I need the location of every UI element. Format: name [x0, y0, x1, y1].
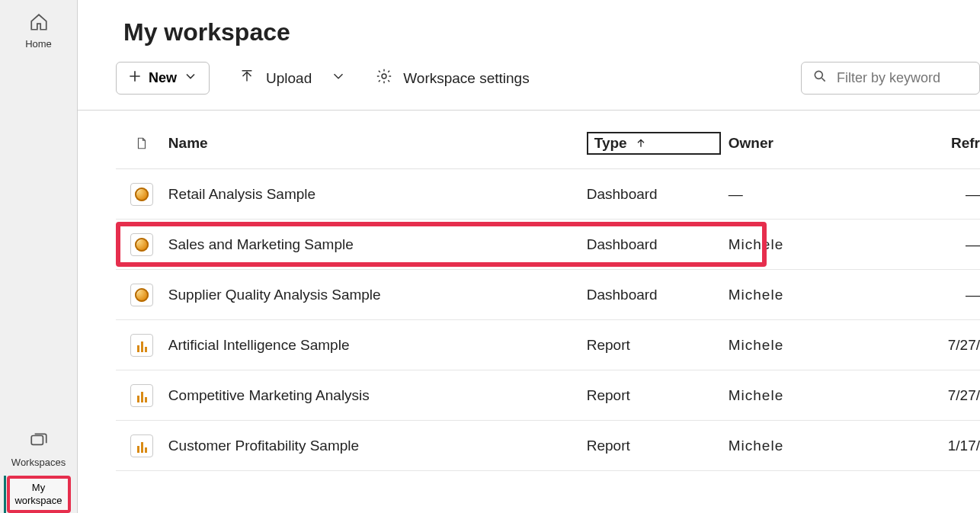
sidebar-workspaces-label: Workspaces	[11, 457, 66, 468]
sort-asc-icon	[635, 137, 647, 149]
workspaces-icon	[29, 431, 49, 454]
row-name[interactable]: Customer Profitability Sample	[168, 438, 587, 454]
row-icon-cell	[116, 434, 168, 457]
filter-input[interactable]	[837, 70, 959, 86]
content-table: Name Type Owner Refr Retail Analysis Sam…	[78, 111, 980, 471]
svg-rect-0	[31, 435, 43, 444]
chevron-down-icon	[183, 69, 198, 88]
new-button[interactable]: New	[116, 62, 210, 95]
row-type: Dashboard	[587, 287, 729, 303]
table-row[interactable]: Sales and Marketing SampleDashboardMiche…	[116, 220, 980, 270]
row-refreshed: —	[866, 236, 980, 253]
report-icon	[130, 434, 153, 457]
row-type: Report	[587, 387, 729, 404]
header: My workspace	[78, 0, 980, 56]
row-owner: Michele	[729, 236, 866, 253]
file-icon	[135, 135, 149, 152]
row-owner: Michele	[729, 337, 866, 354]
row-name[interactable]: Sales and Marketing Sample	[168, 236, 587, 253]
column-header-icon	[116, 135, 168, 152]
upload-label: Upload	[266, 70, 312, 87]
row-refreshed: —	[866, 287, 980, 303]
row-icon-cell	[116, 334, 168, 357]
table-row[interactable]: Artificial Intelligence SampleReportMich…	[116, 320, 980, 370]
main-content: My workspace New Upload Workspace settin…	[78, 0, 980, 513]
sidebar-home-label: Home	[25, 38, 52, 50]
row-owner: Michele	[729, 438, 866, 454]
row-icon-cell	[116, 183, 168, 206]
toolbar: New Upload Workspace settings	[78, 56, 980, 111]
row-icon-cell	[116, 384, 168, 407]
row-type: Dashboard	[587, 186, 729, 203]
column-header-owner[interactable]: Owner	[729, 135, 866, 152]
filter-input-container[interactable]	[801, 62, 980, 95]
report-icon	[130, 334, 153, 357]
home-icon	[29, 12, 49, 35]
row-name[interactable]: Retail Analysis Sample	[168, 186, 587, 203]
row-icon-cell	[116, 284, 168, 306]
table-row[interactable]: Supplier Quality Analysis SampleDashboar…	[116, 270, 980, 320]
row-name[interactable]: Artificial Intelligence Sample	[168, 337, 587, 354]
row-refreshed: 7/27/	[866, 387, 980, 404]
row-name[interactable]: Competitive Marketing Analysis	[168, 387, 587, 404]
dashboard-icon	[130, 183, 153, 206]
svg-point-2	[815, 71, 822, 79]
new-button-label: New	[149, 70, 177, 86]
sidebar-my-workspace-label: My workspace	[14, 482, 62, 507]
column-header-name[interactable]: Name	[168, 135, 587, 152]
dashboard-icon	[130, 284, 153, 306]
table-row[interactable]: Retail Analysis SampleDashboard——	[116, 169, 980, 220]
settings-label: Workspace settings	[403, 70, 529, 87]
row-icon-cell	[116, 233, 168, 256]
row-type: Report	[587, 438, 729, 454]
workspace-settings-button[interactable]: Workspace settings	[376, 68, 529, 88]
table-row[interactable]: Customer Profitability SampleReportMiche…	[116, 421, 980, 471]
table-header-row: Name Type Owner Refr	[116, 111, 980, 169]
row-refreshed: 1/17/	[866, 438, 980, 454]
row-refreshed: 7/27/	[866, 337, 980, 354]
report-icon	[130, 384, 153, 407]
upload-icon	[239, 68, 255, 88]
row-owner: Michele	[729, 387, 866, 404]
upload-button[interactable]: Upload	[239, 68, 347, 88]
search-icon	[812, 69, 828, 88]
gear-icon	[376, 68, 392, 88]
sidebar: Home Workspaces My workspace	[0, 0, 78, 513]
svg-point-1	[382, 74, 386, 79]
row-type: Report	[587, 337, 729, 354]
dashboard-icon	[130, 233, 153, 256]
row-refreshed: —	[866, 186, 980, 203]
table-row[interactable]: Competitive Marketing AnalysisReportMich…	[116, 370, 980, 421]
type-header-label: Type	[594, 135, 627, 152]
row-name[interactable]: Supplier Quality Analysis Sample	[168, 287, 587, 303]
sidebar-item-workspaces[interactable]: Workspaces	[0, 426, 77, 476]
page-title: My workspace	[123, 18, 980, 46]
sidebar-item-my-workspace[interactable]: My workspace	[7, 476, 71, 513]
column-header-refreshed[interactable]: Refr	[866, 135, 980, 152]
column-header-type[interactable]: Type	[587, 132, 729, 155]
row-owner: Michele	[729, 287, 866, 303]
row-type: Dashboard	[587, 236, 729, 253]
chevron-down-icon	[330, 68, 347, 88]
row-owner: —	[729, 186, 866, 203]
sidebar-item-home[interactable]: Home	[0, 8, 77, 57]
plus-icon	[127, 69, 143, 88]
